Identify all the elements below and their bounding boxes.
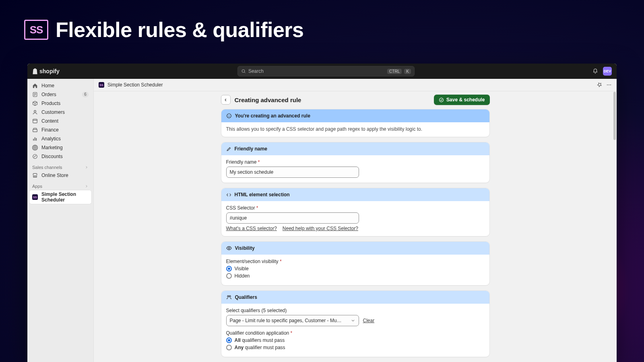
condition-option-all[interactable]: All qualifiers must pass <box>226 337 485 343</box>
visibility-option-hidden[interactable]: Hidden <box>226 273 485 279</box>
sidebar-item-label: Content <box>41 118 89 124</box>
banner-card: You're creating an advanced rule This al… <box>221 109 490 137</box>
save-schedule-button[interactable]: Save & schedule <box>434 95 489 105</box>
radio-label-bold: All <box>235 337 241 343</box>
search-icon <box>241 69 246 74</box>
sidebar-item-app-scheduler[interactable]: SS Simple Section Scheduler <box>29 190 92 204</box>
content-app-name: Simple Section Scheduler <box>107 82 163 88</box>
shopify-logo: shopify <box>32 68 60 74</box>
kbd-k: K <box>404 69 411 74</box>
save-button-label: Save & schedule <box>446 97 485 103</box>
finance-icon <box>32 127 38 133</box>
topbar: shopify Search CTRL K DEV <box>27 64 617 79</box>
svg-point-21 <box>227 296 229 297</box>
info-icon <box>226 113 232 119</box>
bell-icon[interactable] <box>592 68 598 74</box>
chevron-down-icon <box>351 318 355 323</box>
content-header: SS Simple Section Scheduler <box>94 79 617 91</box>
svg-rect-7 <box>35 138 35 141</box>
sidebar-item-analytics[interactable]: Analytics <box>29 134 92 143</box>
app-mini-icon: SS <box>99 82 104 88</box>
customers-icon <box>32 109 38 115</box>
css-help-link[interactable]: What's a CSS selector? <box>226 226 277 231</box>
chevron-left-icon <box>223 98 228 102</box>
sidebar-item-label: Products <box>41 101 89 106</box>
visibility-option-visible[interactable]: Visible <box>226 266 485 272</box>
svg-point-16 <box>440 98 444 102</box>
svg-point-15 <box>610 84 611 85</box>
shopify-bag-icon <box>32 68 38 74</box>
svg-point-14 <box>609 84 609 85</box>
sidebar-item-customers[interactable]: Customers <box>29 108 92 117</box>
radio-icon <box>226 266 232 272</box>
sidebar-item-discounts[interactable]: Discounts <box>29 152 92 161</box>
chevron-right-icon[interactable] <box>85 184 89 188</box>
sidebar-item-label: Analytics <box>41 136 89 142</box>
more-icon[interactable] <box>606 82 612 88</box>
css-selector-field[interactable] <box>226 212 359 224</box>
css-need-help-link[interactable]: Need help with your CSS Selector? <box>283 226 358 231</box>
hero-banner: SS Flexible rules & qualifiers <box>0 0 644 53</box>
page-header: Creating advanced rule Save & schedule <box>221 95 490 105</box>
svg-point-22 <box>229 296 231 297</box>
home-icon <box>32 83 38 88</box>
banner-body: This allows you to specify a CSS selecto… <box>226 126 423 132</box>
section-heading: Qualifiers <box>235 294 257 300</box>
sidebar-section-apps: Apps <box>29 180 92 190</box>
sidebar-item-label: Orders <box>41 92 78 97</box>
visibility-label: Element/section visibility <box>226 259 485 264</box>
css-selector-label: CSS Selector <box>226 205 485 211</box>
sidebar-item-label: Online Store <box>41 173 89 178</box>
back-button[interactable] <box>221 95 231 105</box>
code-icon <box>226 192 231 197</box>
condition-option-any[interactable]: Any qualifier must pass <box>226 345 485 350</box>
svg-rect-8 <box>36 138 37 140</box>
sidebar-section-sales-channels: Sales channels <box>29 161 92 171</box>
app-window: shopify Search CTRL K DEV Home O <box>27 64 617 362</box>
eye-icon <box>226 245 232 251</box>
kbd-ctrl: CTRL <box>387 69 402 74</box>
section-heading: Friendly name <box>235 146 267 152</box>
friendly-name-field[interactable] <box>226 167 359 178</box>
svg-point-3 <box>34 110 36 112</box>
svg-rect-4 <box>33 119 37 123</box>
sidebar-item-products[interactable]: Products <box>29 99 92 108</box>
svg-point-9 <box>34 147 36 148</box>
pencil-icon <box>226 146 231 152</box>
svg-point-10 <box>33 146 37 149</box>
pin-icon[interactable] <box>597 82 602 88</box>
search-input[interactable]: Search CTRL K <box>237 66 415 76</box>
radio-label: Hidden <box>235 273 250 279</box>
section-heading: Visibility <box>235 245 255 251</box>
sidebar-item-home[interactable]: Home <box>29 81 92 90</box>
radio-icon <box>226 273 232 279</box>
scrollbar-thumb[interactable] <box>613 92 616 140</box>
svg-line-1 <box>244 72 245 73</box>
friendly-name-card: Friendly name Friendly name <box>221 142 490 183</box>
radio-label-bold: Any <box>235 345 244 350</box>
sidebar-item-label: Marketing <box>41 145 89 150</box>
content-area: SS Simple Section Scheduler Creating adv… <box>93 79 617 362</box>
condition-label: Qualifier condition application <box>226 330 485 336</box>
sidebar-item-orders[interactable]: Orders 6 <box>29 90 92 99</box>
sidebar-item-content[interactable]: Content <box>29 117 92 125</box>
svg-rect-5 <box>33 130 37 132</box>
sidebar: Home Orders 6 Products Customers Content <box>27 79 93 362</box>
sidebar-item-online-store[interactable]: Online Store <box>29 171 92 180</box>
sidebar-item-finance[interactable]: Finance <box>29 125 92 134</box>
sidebar-item-label: Finance <box>41 127 89 133</box>
radio-label: Visible <box>235 266 249 272</box>
svg-point-0 <box>242 70 245 72</box>
app-mini-icon: SS <box>32 194 38 200</box>
svg-point-13 <box>607 84 608 85</box>
qualifiers-clear-link[interactable]: Clear <box>363 318 375 323</box>
qualifiers-select[interactable]: Page - Limit rule to specific pages, Cus… <box>226 315 359 326</box>
visibility-card: Visibility Element/section visibility Vi… <box>221 241 490 286</box>
sidebar-item-marketing[interactable]: Marketing <box>29 143 92 152</box>
hero-title: Flexible rules & qualifiers <box>56 18 304 42</box>
avatar[interactable]: DEV <box>603 67 612 76</box>
check-circle-icon <box>439 97 444 103</box>
svg-point-20 <box>228 247 230 249</box>
chevron-right-icon[interactable] <box>85 165 89 169</box>
content-icon <box>32 118 38 124</box>
